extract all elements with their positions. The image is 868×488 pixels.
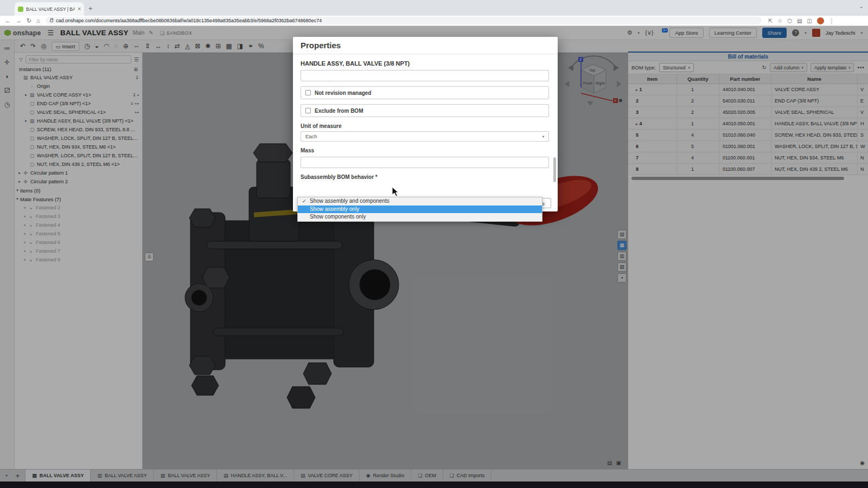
tab-search-icon[interactable]: ⌄ xyxy=(859,3,864,9)
home-icon[interactable]: ⌂ xyxy=(36,17,40,24)
reload-icon[interactable]: ↻ xyxy=(27,17,31,24)
forward-icon[interactable]: → xyxy=(16,17,22,24)
bookmark-icon[interactable]: ☆ xyxy=(777,18,782,24)
checkbox-label: Exclude from BOM xyxy=(315,108,363,114)
back-icon[interactable]: ← xyxy=(5,17,11,24)
mass-label: Mass xyxy=(301,147,550,153)
mouse-cursor xyxy=(392,187,399,197)
check-icon: ✓ xyxy=(302,197,307,206)
browser-url-bar: ← → ↻ ⌂ cad.onshape.com/documents/aa368a… xyxy=(0,16,868,26)
dialog-scrollbar[interactable] xyxy=(553,157,556,182)
checkbox-label: Not revision managed xyxy=(315,90,371,96)
part-name-heading: HANDLE ASSY, BALL VALVE (3/8 NPT) xyxy=(301,60,550,67)
checkbox-icon[interactable] xyxy=(305,108,311,113)
lock-icon xyxy=(50,20,53,22)
dialog-titlebar[interactable]: Properties xyxy=(293,37,558,54)
properties-dialog: Properties HANDLE ASSY, BALL VALVE (3/8 … xyxy=(293,37,558,211)
dropdown-option[interactable]: Show assembly only xyxy=(298,206,542,214)
new-tab-button[interactable]: + xyxy=(88,4,93,12)
subassembly-bom-dropdown: ✓Show assembly and componentsShow assemb… xyxy=(297,197,542,222)
dropdown-option-label: Show components only xyxy=(310,213,366,221)
browser-tab-strip: BALL VALVE ASSY | BALL VAL × + ⌄ xyxy=(0,0,868,16)
dropdown-option[interactable]: ✓Show assembly and components xyxy=(298,197,542,206)
dropdown-option-label: Show assembly only xyxy=(310,206,359,214)
browser-tab[interactable]: BALL VALVE ASSY | BALL VAL × xyxy=(15,2,84,16)
browser-menu-icon[interactable]: ⋮ xyxy=(829,18,834,24)
favicon xyxy=(18,7,23,12)
close-tab-icon[interactable]: × xyxy=(78,6,81,12)
url-text: cad.onshape.com/documents/aa368adffbecbe… xyxy=(56,18,322,23)
browser-tab-title: BALL VALVE ASSY | BALL VAL xyxy=(26,7,75,12)
name-input[interactable] xyxy=(301,70,549,81)
check-spacer xyxy=(302,213,307,221)
check-spacer xyxy=(302,206,307,214)
browser-profile-avatar[interactable] xyxy=(817,17,824,24)
share-page-icon[interactable]: ⇱ xyxy=(768,18,773,24)
unit-of-measure-select[interactable]: Each ▾ xyxy=(301,131,549,142)
dropdown-option-label: Show assembly and components xyxy=(310,197,390,206)
side-panel-icon[interactable]: ◫ xyxy=(807,18,812,24)
extensions-icon[interactable]: ⬡ xyxy=(787,18,792,24)
url-field[interactable]: cad.onshape.com/documents/aa368adffbecbe… xyxy=(46,17,762,24)
reading-list-icon[interactable]: ▤ xyxy=(797,18,802,24)
unit-of-measure-label: Unit of measure xyxy=(301,123,550,129)
not-revision-managed-row[interactable]: Not revision managed xyxy=(301,86,549,99)
chevron-down-icon: ▾ xyxy=(542,134,544,139)
dropdown-option[interactable]: Show components only xyxy=(298,213,542,221)
subassembly-bom-behavior-label: Subassembly BOM behavior * xyxy=(301,174,550,180)
dialog-title: Properties xyxy=(301,41,341,50)
checkbox-icon[interactable] xyxy=(305,90,311,95)
exclude-from-bom-row[interactable]: Exclude from BOM xyxy=(301,104,549,117)
mass-input[interactable] xyxy=(301,157,549,168)
